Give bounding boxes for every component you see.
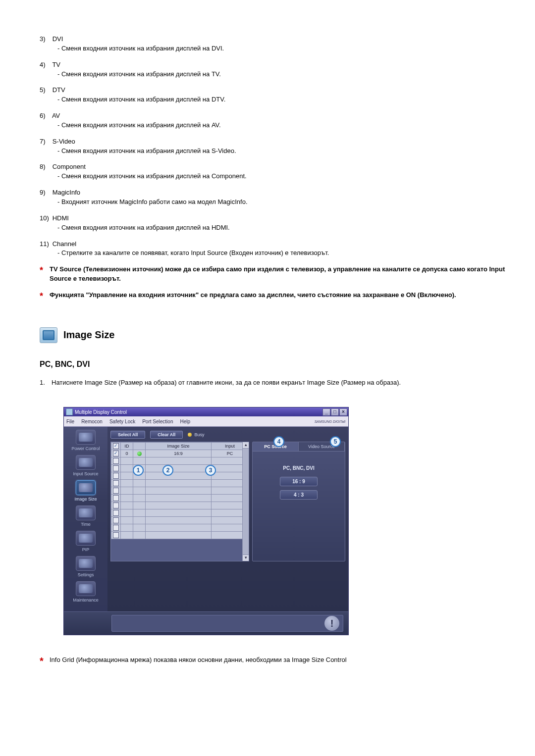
minimize-button[interactable]: _ [322, 408, 330, 416]
item-desc: - Сменя входния източник на избрания дис… [52, 121, 505, 130]
sidebar-item-settings[interactable]: Settings [67, 556, 104, 577]
item-title: S-Video [53, 138, 75, 145]
item-desc: - Сменя входния източник на избрания дис… [52, 147, 505, 156]
item-number: 10) [40, 214, 51, 223]
note-power-on: * Функцията "Управление на входния източ… [40, 291, 505, 300]
row-checkbox[interactable] [113, 517, 119, 523]
busy-icon [188, 433, 192, 437]
row-checkbox[interactable] [113, 510, 119, 516]
note-text: TV Source (Телевизионен източник) може д… [50, 265, 505, 282]
table-row [111, 487, 249, 495]
item-title: HDMI [53, 214, 69, 222]
menu-file[interactable]: File [66, 419, 74, 424]
footer-note-text: Info Grid (Информационна мрежа) показва … [50, 656, 347, 663]
input-source-list: 3) DVI - Сменя входния източник на избра… [40, 35, 505, 258]
header-image-size: Image Size [146, 443, 212, 450]
status-dot-icon [137, 452, 142, 456]
note-tv-source: * TV Source (Телевизионен източник) може… [40, 265, 505, 284]
item-title: DVI [53, 35, 63, 43]
menu-help[interactable]: Help [180, 419, 190, 424]
item-desc: - Сменя входния източник на избрания дис… [52, 70, 505, 79]
sidebar-item-pip[interactable]: PIP [67, 531, 104, 552]
item-number: 9) [40, 188, 51, 198]
sidebar-item-label: PIP [82, 547, 90, 552]
item-number: 5) [40, 86, 51, 95]
asterisk-icon: * [40, 264, 43, 277]
table-row [111, 472, 249, 480]
row-checkbox[interactable] [113, 465, 119, 471]
table-row[interactable]: 0 16:9 PC [111, 450, 249, 457]
main-area: Select All Clear All Busy ID [107, 427, 348, 611]
maximize-button[interactable]: □ [331, 408, 339, 416]
checkbox-icon [113, 443, 119, 449]
sub-header: PC, BNC, DVI [40, 360, 505, 369]
busy-indicator: Busy [188, 432, 204, 437]
row-checkbox[interactable] [113, 451, 119, 456]
info-grid: ID Image Size Input 0 16:9 PC [110, 442, 249, 561]
list-item: 8) Component - Сменя входния източник на… [52, 162, 505, 181]
sidebar-item-label: Time [81, 522, 91, 527]
sidebar-item-label: Input Source [73, 471, 98, 476]
option-4-3[interactable]: 4 : 3 [280, 490, 318, 500]
item-number: 6) [40, 111, 51, 121]
sidebar-item-maintenance[interactable]: Maintenance [67, 581, 104, 603]
item-title: Component [53, 163, 86, 170]
menu-safety-lock[interactable]: Safety Lock [109, 419, 135, 424]
status-bar-inner [111, 615, 343, 632]
note-text: Функцията "Управление на входния източни… [50, 291, 456, 299]
row-checkbox[interactable] [113, 503, 119, 508]
scroll-down-icon[interactable]: ▾ [243, 554, 249, 561]
list-item: 4) TV - Сменя входния източник на избран… [52, 60, 505, 79]
time-icon [76, 505, 96, 520]
busy-label: Busy [194, 432, 204, 437]
cell-image-size: 16:9 [146, 450, 212, 457]
select-all-button[interactable]: Select All [110, 431, 145, 439]
cell-id: 0 [121, 450, 133, 457]
row-checkbox[interactable] [113, 532, 119, 538]
item-desc: - Входният източник MagicInfo работи сам… [52, 198, 505, 207]
item-title: Channel [53, 240, 76, 248]
titlebar: Multiple Display Control _ □ × [64, 407, 348, 416]
status-bar: ! [64, 611, 348, 635]
header-check[interactable] [111, 443, 121, 450]
list-item: 10) HDMI - Сменя входния източник на изб… [52, 214, 505, 233]
menu-port-selection[interactable]: Port Selection [142, 419, 173, 424]
sidebar-item-input-source[interactable]: Input Source [67, 455, 104, 476]
close-button[interactable]: × [339, 408, 347, 416]
table-row [111, 457, 249, 465]
table-row [111, 480, 249, 487]
sidebar-item-power-control[interactable]: Power Control [67, 430, 104, 451]
asterisk-icon: * [40, 290, 43, 302]
sidebar-item-image-size[interactable]: Image Size [67, 480, 104, 502]
sidebar-item-label: Power Control [71, 446, 100, 451]
alert-icon: ! [324, 616, 339, 631]
input-source-icon [76, 455, 96, 470]
list-item: 6) AV - Сменя входния източник на избран… [52, 111, 505, 130]
item-number: 4) [40, 60, 51, 70]
item-title: DTV [53, 86, 65, 94]
row-checkbox[interactable] [113, 495, 119, 501]
footer-note: * Info Grid (Информационна мрежа) показв… [40, 655, 505, 665]
grid-scrollbar[interactable]: ▴ ▾ [242, 442, 249, 561]
table-row [111, 495, 249, 502]
item-number: 3) [40, 35, 51, 44]
option-16-9[interactable]: 16 : 9 [280, 477, 318, 486]
row-checkbox[interactable] [113, 458, 119, 464]
menu-remocon[interactable]: Remocon [81, 419, 103, 424]
sidebar-item-time[interactable]: Time [67, 505, 104, 527]
scroll-up-icon[interactable]: ▴ [243, 442, 249, 449]
row-checkbox[interactable] [113, 525, 119, 531]
list-item: 5) DTV - Сменя входния източник на избра… [52, 86, 505, 104]
clear-all-button[interactable]: Clear All [150, 431, 183, 439]
item-number: 8) [40, 162, 51, 172]
asterisk-icon: * [40, 654, 44, 668]
pip-icon [76, 531, 96, 546]
row-checkbox[interactable] [113, 488, 119, 494]
image-size-icon [76, 480, 96, 495]
row-checkbox[interactable] [113, 473, 119, 479]
sidebar-item-label: Settings [78, 572, 94, 577]
step-text: Натиснете Image Size (Размер на образа) … [52, 379, 401, 386]
menubar: File Remocon Safety Lock Port Selection … [64, 416, 348, 427]
row-checkbox[interactable] [113, 480, 119, 486]
right-panel: 4 5 PC Source Video Source PC, BNC, DVI … [252, 442, 345, 561]
